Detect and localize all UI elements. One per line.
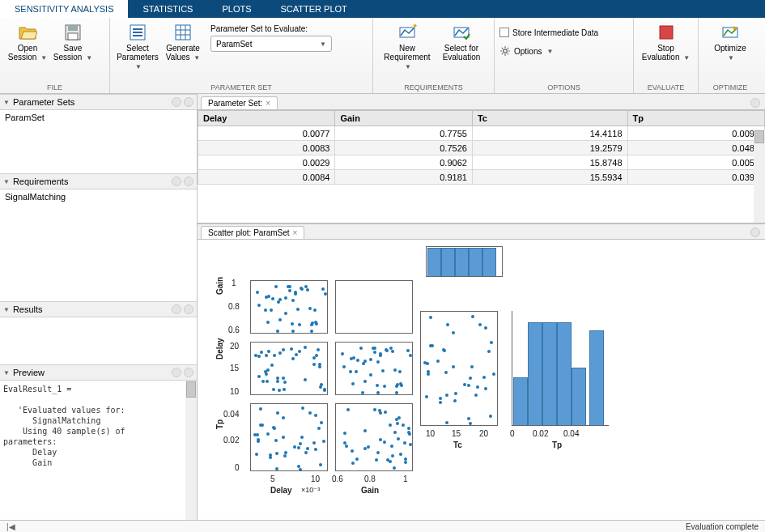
table-header[interactable]: Tp <box>627 111 764 126</box>
checkbox-icon <box>499 28 509 37</box>
tick-label: 0.02 <box>223 436 239 445</box>
axis-label-delay-x: Delay <box>270 486 292 495</box>
open-session-button[interactable]: Open Session ▼ <box>5 21 50 64</box>
parameter-set-eval: Parameter Set to Evaluate: ParamSet ▼ <box>206 21 337 55</box>
svg-rect-2 <box>68 33 78 40</box>
save-session-button[interactable]: Save Session ▼ <box>50 21 96 64</box>
options-button[interactable]: Options ▼ <box>499 44 553 58</box>
tick-label: 5 <box>270 475 275 483</box>
stop-evaluation-button[interactable]: Stop Evaluation ▼ <box>639 21 693 64</box>
tick-label: 0.8 <box>228 302 240 311</box>
requirement-select-icon <box>452 23 471 42</box>
panel-minimize-button[interactable] <box>184 368 193 377</box>
store-intermediate-label: Store Intermediate Data <box>512 28 598 37</box>
preview-text: EvalResult_1 = 'Evaluated values for: Si… <box>0 381 197 471</box>
table-row[interactable]: 0.00770.775514.41180.0098 <box>198 126 765 141</box>
tick-label: 0.6 <box>228 326 240 334</box>
generate-values-button[interactable]: Generate Values ▼ <box>160 21 206 64</box>
app-tab-bar: SENSITIVITY ANALYSIS STATISTICS PLOTS SC… <box>0 0 765 18</box>
group-options: Store Intermediate Data Options ▼ OPTION… <box>495 18 634 93</box>
table-header[interactable]: Delay <box>198 111 335 126</box>
tick-label: 15 <box>230 364 239 372</box>
scrollbar-thumb[interactable] <box>754 130 764 143</box>
collapse-icon[interactable]: ▼ <box>3 178 10 185</box>
panel-menu-button[interactable] <box>172 368 181 377</box>
select-parameters-button[interactable]: Select Parameters ▼ <box>115 21 160 73</box>
table-scrollbar[interactable] <box>754 130 765 223</box>
tab-plots[interactable]: PLOTS <box>207 0 266 18</box>
scatter-tp-vs-delay <box>250 403 328 471</box>
new-requirement-button[interactable]: ✦ New Requirement ▼ <box>378 21 436 73</box>
tick-label: 1 <box>232 279 236 287</box>
collapse-icon[interactable]: ▼ <box>3 369 10 377</box>
close-icon[interactable]: × <box>266 99 270 108</box>
optimize-label: Optimize▼ <box>714 44 746 62</box>
panel-minimize-button[interactable] <box>184 304 193 314</box>
group-label-requirements: REQUIREMENTS <box>373 83 494 93</box>
axis-label-tc-x: Tc <box>453 440 462 449</box>
panel-menu-button[interactable] <box>172 97 181 107</box>
table-row[interactable]: 0.00830.752619.25790.0483 <box>198 141 765 155</box>
table-row[interactable]: 0.00840.918115.59340.0390 <box>198 170 765 185</box>
tc-histogram <box>426 246 503 277</box>
group-label-file: FILE <box>0 83 109 93</box>
scatter-vs-tc <box>420 311 498 426</box>
store-intermediate-checkbox[interactable]: Store Intermediate Data <box>499 26 598 39</box>
tab-statistics[interactable]: STATISTICS <box>128 0 207 18</box>
table-row[interactable]: 0.00290.906215.87480.0052 <box>198 155 765 170</box>
close-icon[interactable]: × <box>293 228 298 237</box>
param-set-combo[interactable]: ParamSet ▼ <box>210 36 332 52</box>
tab-scatter-plot[interactable]: SCATTER PLOT <box>266 0 362 18</box>
table-cell: 15.8748 <box>472 155 627 170</box>
list-item[interactable]: SignalMatching <box>0 189 197 204</box>
grid-icon <box>173 23 193 42</box>
doc-tab-label: Parameter Set: <box>208 99 262 108</box>
scatter-plot-area[interactable]: Gain 1 0.8 0.6 Delay 20 15 10 <box>198 240 765 520</box>
panel-menu-button[interactable] <box>172 177 181 186</box>
generate-values-label: Generate Values ▼ <box>166 44 201 62</box>
doc-actions-button[interactable] <box>750 228 760 237</box>
list-icon <box>128 23 147 42</box>
axis-label-gain-x: Gain <box>361 486 379 495</box>
select-for-evaluation-button[interactable]: Select for Evaluation <box>436 21 487 63</box>
panel-header-requirements: ▼ Requirements <box>0 173 197 189</box>
tick-label: 15 <box>452 429 461 438</box>
tick-label: 10 <box>426 429 435 438</box>
optimize-button[interactable]: Optimize▼ <box>703 21 757 64</box>
tick-label: 10 <box>311 475 320 483</box>
svg-rect-1 <box>68 25 78 31</box>
chevron-down-icon: ▼ <box>546 48 553 55</box>
tab-sensitivity-analysis[interactable]: SENSITIVITY ANALYSIS <box>0 0 128 18</box>
stop-evaluation-label: Stop Evaluation ▼ <box>642 44 690 62</box>
table-cell: 0.9181 <box>335 170 472 185</box>
group-file: Open Session ▼ Save Session ▼ FILE <box>0 18 110 93</box>
nav-back-icon[interactable]: |◀ <box>6 522 15 531</box>
gear-icon <box>499 45 511 57</box>
table-header[interactable]: Gain <box>335 111 472 126</box>
parameter-table-wrap: DelayGainTcTp 0.00770.775514.41180.00980… <box>198 110 765 223</box>
panel-menu-button[interactable] <box>172 304 181 314</box>
list-item[interactable]: ParamSet <box>0 110 197 125</box>
panel-title: Parameter Sets <box>13 97 169 107</box>
tick-label: 0.02 <box>533 429 548 438</box>
axis-label-delay: Delay <box>215 338 224 360</box>
doc-tab-scatter[interactable]: Scatter plot: ParamSet × <box>201 226 304 239</box>
panel-minimize-button[interactable] <box>184 97 193 107</box>
table-header[interactable]: Tc <box>472 111 627 126</box>
tp-histogram <box>512 311 609 426</box>
doc-actions-button[interactable] <box>750 98 760 108</box>
scatter-tp-vs-gain <box>335 403 413 471</box>
left-pane: ▼ Parameter Sets ParamSet ▼ Requirements… <box>0 94 198 520</box>
doc-tab-parameter-set[interactable]: Parameter Set: × <box>201 96 278 109</box>
tick-label: 0.04 <box>563 429 579 438</box>
scrollbar-thumb[interactable] <box>186 381 196 398</box>
optimize-icon <box>720 23 740 42</box>
content-area: ▼ Parameter Sets ParamSet ▼ Requirements… <box>0 94 765 520</box>
status-bar: |◀ Evaluation complete <box>0 520 765 532</box>
group-label-optimize: OPTIMIZE <box>699 83 762 93</box>
panel-minimize-button[interactable] <box>184 177 193 186</box>
right-pane: Parameter Set: × DelayGainTcTp 0.00770.7… <box>198 94 765 520</box>
doc-tab-label: Scatter plot: ParamSet <box>208 228 290 237</box>
collapse-icon[interactable]: ▼ <box>3 99 10 106</box>
collapse-icon[interactable]: ▼ <box>3 306 10 313</box>
